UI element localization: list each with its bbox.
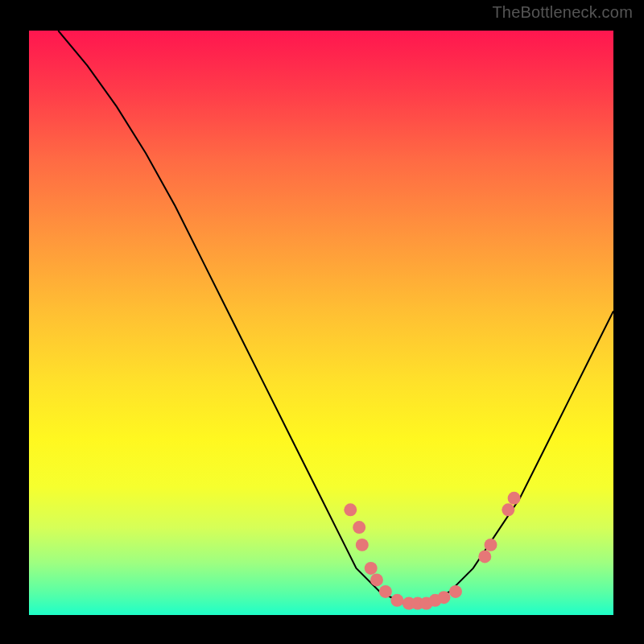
data-point [370,573,383,586]
data-point [344,503,357,516]
data-point [379,585,392,598]
data-point [390,594,403,607]
data-point [356,539,369,551]
data-point [437,591,450,604]
chart-container: TheBottleneck.com [0,0,644,644]
data-point [353,521,365,534]
plot-area [29,31,613,615]
data-point [478,550,491,563]
data-point [449,585,462,598]
data-point [365,562,378,575]
data-point [485,539,497,551]
data-point [508,492,521,505]
watermark-text: TheBottleneck.com [492,3,633,22]
data-points-layer [29,31,613,615]
data-point [502,503,514,516]
